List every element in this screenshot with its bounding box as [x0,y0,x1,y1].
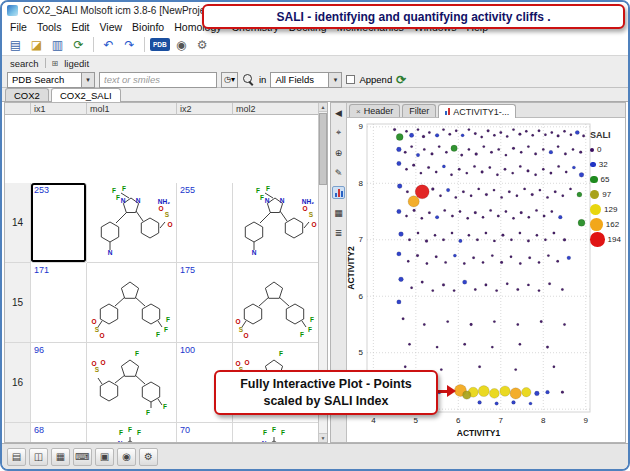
row-number[interactable]: 14 [5,183,31,263]
legend-dot [590,232,605,247]
cell-ix1[interactable]: 253 [31,183,87,263]
menu-item-edit[interactable]: Edit [66,21,94,33]
list-tool-icon[interactable]: ≣ [332,226,345,239]
camera-icon[interactable]: ◉ [172,35,191,54]
tables-icon[interactable]: ▦ [51,448,70,466]
open-folder-icon[interactable]: ◪ [27,35,46,54]
chart-tool-icon[interactable] [332,186,345,199]
scrollbar-thumb[interactable] [319,113,327,185]
pdb-fetch-icon[interactable]: PDB [150,38,170,51]
menu-item-tools[interactable]: Tools [32,21,67,33]
molecule-structure[interactable]: SOOFFF [87,343,177,423]
scroll-down-icon[interactable]: ▼ [319,433,327,442]
select-tool-icon[interactable]: ⌖ [332,126,345,139]
display-icon[interactable]: ▣ [95,448,114,466]
search-icon[interactable] [242,73,255,86]
chevron-down-icon[interactable]: ▾ [81,73,94,87]
snapshot-icon[interactable]: ◉ [117,448,136,466]
row-number[interactable]: 16 [5,343,31,423]
svg-text:NH₂: NH₂ [157,198,169,205]
menu-item-view[interactable]: View [95,21,128,33]
svg-text:S: S [94,366,99,373]
search-panel: search ⊞ ligedit PDB Search ▾ ◷▾ in All … [2,55,628,88]
zoom-tool-icon[interactable]: ⊕ [332,146,345,159]
svg-text:F: F [272,426,276,433]
tab-activity-plot[interactable]: ACTIVITY1-... [438,104,516,118]
collapse-arrow-icon[interactable]: ◀ [332,106,345,119]
legend-entry: 162 [590,217,624,232]
new-document-icon[interactable]: ▤ [6,35,25,54]
edit-tool-icon[interactable]: ✎ [332,166,345,179]
history-dropdown[interactable]: ◷▾ [221,72,238,88]
molecule-structure[interactable]: SOOFFF [87,263,177,343]
cell-ix2[interactable]: 70 [177,423,233,443]
settings-icon[interactable]: ⚙ [139,448,158,466]
legend-value: 32 [599,160,608,169]
search-mode-select[interactable]: PDB Search ▾ [7,72,95,88]
svg-text:S: S [308,211,313,218]
in-label: in [259,74,266,85]
column-header-ix1[interactable]: ix1 [31,103,87,115]
legend-value: 97 [602,190,611,199]
svg-text:N: N [279,197,284,204]
close-icon[interactable]: × [356,107,361,116]
append-checkbox[interactable] [346,75,355,84]
table-tool-icon[interactable]: ▦ [332,206,345,219]
svg-text:8: 8 [359,179,364,188]
svg-text:O: O [91,360,96,367]
menu-item-bioinfo[interactable]: Bioinfo [127,21,169,33]
legend-entry: 65 [590,172,624,187]
scroll-up-icon[interactable]: ▲ [319,103,327,112]
column-header-ix2[interactable]: ix2 [177,103,233,115]
column-header-gutter [5,103,31,115]
svg-text:F: F [137,429,141,436]
svg-text:F: F [281,429,285,436]
annotation-callout-plot: Fully Interactive Plot - Points scaled b… [214,370,438,415]
svg-text:F: F [156,331,160,338]
redo-icon[interactable]: ↷ [120,35,139,54]
tab-search[interactable]: search [10,58,39,69]
settings-icon[interactable]: ⚙ [193,35,212,54]
undo-icon[interactable]: ↶ [99,35,118,54]
molecule-structure[interactable]: SOOFFF [233,263,319,343]
column-header-mol1[interactable]: mol1 [87,103,177,115]
row-number[interactable]: 15 [5,263,31,343]
svg-text:F: F [163,403,167,410]
menu-item-file[interactable]: File [5,21,32,33]
tab-ligedit[interactable]: ligedit [64,58,89,69]
console-icon[interactable]: ▤ [7,448,26,466]
svg-text:5: 5 [359,348,364,357]
tab-cox2-sali[interactable]: COX2_SALI [51,88,121,102]
cell-ix1[interactable]: 96 [31,343,87,423]
legend-dot [590,218,603,231]
tab-cox2[interactable]: COX2 [5,88,49,101]
cell-ix2[interactable]: 255 [177,183,233,263]
app-window: COX2_SALI Molsoft icm 3.8-6 [NewProject … [0,0,630,471]
molecule-structure[interactable]: FFFNSOO [233,423,319,443]
reload-icon[interactable]: ⟳ [396,73,406,87]
svg-text:N: N [251,249,256,256]
svg-text:O: O [235,318,240,325]
molecule-structure[interactable]: FFFNNNSOONH₂ [233,183,319,263]
svg-text:O: O [91,318,96,325]
tab-filter[interactable]: Filter [402,104,436,117]
search-input[interactable] [99,72,217,88]
divider [45,58,46,68]
cell-ix2[interactable]: 175 [177,263,233,343]
save-icon[interactable]: ▥ [48,35,67,54]
molecule-structure[interactable]: FFFNSOO [87,423,177,443]
row-number[interactable]: 17 [5,423,31,443]
tab-header[interactable]: ×Header [349,104,400,117]
chevron-down-icon[interactable]: ▾ [328,73,341,87]
svg-text:O: O [100,359,105,366]
field-select[interactable]: All Fields ▾ [270,72,342,88]
refresh-icon[interactable]: ⟳ [69,35,88,54]
svg-text:ACTIVITY2: ACTIVITY2 [347,246,356,290]
svg-text:F: F [256,187,260,194]
cell-ix1[interactable]: 171 [31,263,87,343]
molecule-structure[interactable]: FFFNNNSOONH₂ [87,183,177,263]
cell-ix1[interactable]: 68 [31,423,87,443]
workspace-icon[interactable]: ◫ [29,448,48,466]
keyboard-icon[interactable]: ⌨ [73,448,92,466]
column-header-mol2[interactable]: mol2 [233,103,319,115]
